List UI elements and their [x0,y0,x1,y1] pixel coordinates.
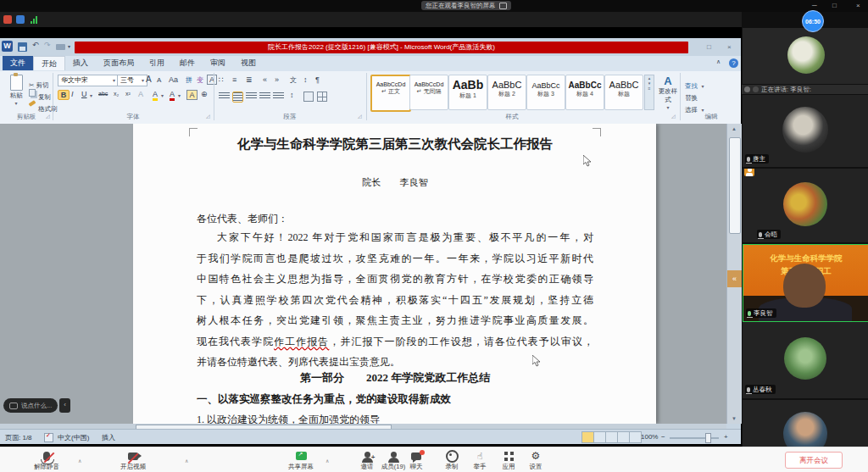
qat-dropdown-icon[interactable]: ▾ [68,43,70,49]
tab-insert[interactable]: 插入 [65,56,96,70]
asian-layout-icon[interactable]: 文 [290,75,297,85]
style-heading4[interactable]: AaBbCc 标题 4 [565,75,604,110]
decrease-indent-icon[interactable]: « [263,75,267,84]
view-draft-icon[interactable] [629,431,642,443]
print-icon[interactable] [56,44,65,50]
word-restore-button[interactable]: □ [707,42,711,53]
collapse-ribbon-icon[interactable]: ∧ [716,58,721,65]
font-color-icon[interactable]: A [170,90,175,98]
increase-indent-icon[interactable]: » [275,75,279,84]
zoom-slider-track[interactable] [670,437,719,439]
tab-view[interactable]: 视图 [233,56,264,70]
tab-mailings[interactable]: 邮件 [172,56,203,70]
shrink-font-icon[interactable]: A [157,76,161,84]
redo-icon[interactable]: ↷ [44,41,51,49]
show-marks-icon[interactable]: ¶ [315,75,320,84]
help-icon[interactable]: ? [729,58,738,68]
font-family-combo[interactable]: 华文中宋▾ [58,75,119,86]
underline-icon[interactable]: U [81,90,87,98]
message-collapse-button[interactable]: ‹ [59,398,70,413]
font-color-dropdown-icon[interactable]: ▾ [178,92,181,98]
tab-page-layout[interactable]: 页面布局 [96,56,142,70]
clock-badge[interactable]: 06:50 [802,10,824,32]
start-video-button[interactable]: 开启视频 [113,450,153,471]
word-close-button[interactable]: × [727,42,732,53]
active-speaker-video[interactable]: 化学与生命科学学院 第三届 教职工 李良智 [743,244,868,322]
quick-message-pill[interactable]: 说点什么... [3,398,58,413]
annotation-icon[interactable] [499,3,507,9]
align-center-icon[interactable] [232,92,243,103]
bullets-icon[interactable]: ∷ [219,75,224,84]
view-outline-icon[interactable] [617,431,630,443]
view-web-icon[interactable] [605,431,618,443]
zoom-out-icon[interactable]: − [661,433,665,441]
share-options-icon[interactable]: ∧ [326,458,329,464]
view-print-layout-icon[interactable] [581,431,594,443]
language-indicator[interactable]: 中文(中国) [58,433,89,442]
scroll-up-icon[interactable]: ▲ [729,125,739,133]
spellcheck-icon[interactable] [44,433,53,442]
camera-options-icon[interactable]: ∧ [185,458,188,464]
highlight-color-icon[interactable]: A [153,90,158,98]
numbering-icon[interactable]: ≡ [232,75,236,84]
style-heading2[interactable]: AaBbC 标题 2 [487,75,526,110]
tab-home[interactable]: 开始 [33,56,65,70]
tab-file[interactable]: 文件 [3,56,33,70]
page-indicator[interactable]: 页面: 1/8 [5,433,32,442]
enclose-character-icon[interactable]: ⊕ [201,90,208,98]
underline-dropdown-icon[interactable]: ▾ [90,92,92,98]
info-icon[interactable] [16,15,25,24]
participant-tile[interactable] [743,28,868,84]
change-styles-button[interactable]: A 更改样式 ▾ [658,75,678,110]
undo-icon[interactable]: ↶ [32,41,39,49]
close-button[interactable]: × [856,1,860,11]
sort-icon[interactable]: ↕ [303,75,308,84]
styles-dialog-launcher[interactable]: ◿ [671,113,676,119]
character-style-icon[interactable]: 变 [197,75,203,85]
style-heading1[interactable]: AaBb 标题 1 [448,75,487,110]
scrollbar-thumb[interactable] [729,137,741,234]
zoom-in-icon[interactable]: + [724,433,728,441]
styles-gallery-scroll[interactable]: ▴ ▾ ≡ [644,75,654,110]
borders-icon[interactable] [317,92,327,102]
share-screen-button[interactable]: 共享屏幕 [280,450,322,471]
font-dialog-launcher[interactable]: ◿ [206,113,210,119]
save-icon[interactable] [18,42,27,52]
document-page[interactable]: 化学与生命科学学院第三届第三次教代会院长工作报告 院长 李良智 各位代表、老师们… [133,124,656,424]
paragraph-dialog-launcher[interactable]: ◿ [358,113,362,119]
scroll-down-icon[interactable]: ▼ [729,414,739,423]
clear-formatting-icon[interactable]: A [138,90,143,98]
bold-icon[interactable]: B [58,90,70,100]
distribute-icon[interactable] [273,92,284,100]
style-no-spacing[interactable]: AaBbCcDd ↵ 无间隔 [409,75,448,110]
zoom-level[interactable]: 100% [641,433,658,441]
font-size-combo[interactable]: 三号▾ [117,75,147,86]
italic-icon[interactable]: I [71,90,74,98]
line-spacing-icon[interactable]: ↕ [290,91,294,99]
shading-a-icon[interactable]: A [186,90,198,100]
sidebar-collapse-handle[interactable]: « [727,270,742,287]
restore-button[interactable]: □ [832,1,837,11]
justify-icon[interactable] [259,92,270,100]
participant-tile[interactable]: 丛春秋 [743,322,868,398]
character-border-icon[interactable]: A [207,75,217,85]
participant-tile[interactable] [743,400,868,447]
change-case-icon[interactable]: Aa [169,75,178,84]
highlight-dropdown-icon[interactable]: ▾ [161,92,164,98]
subscript-icon[interactable]: x₂ [114,91,119,97]
align-left-icon[interactable] [219,92,230,100]
multilevel-list-icon[interactable]: ≣ [246,75,253,84]
participant-tile[interactable]: 会晤 [743,169,868,242]
style-normal[interactable]: AaBbCcDd ↵ 正文 [370,75,411,112]
leave-meeting-button[interactable]: 离开会议 [785,452,843,469]
security-icon[interactable] [3,15,12,24]
superscript-icon[interactable]: x² [125,91,131,97]
unmute-button[interactable]: 解除静音 [25,450,68,471]
chat-button[interactable]: 聊天 [399,450,433,471]
align-right-icon[interactable] [246,92,257,100]
style-title[interactable]: AaBbC 标题 [604,75,643,110]
insert-mode-indicator[interactable]: 插入 [102,433,115,442]
vertical-scrollbar[interactable]: ▲ « ▼ [726,124,742,424]
paste-button[interactable]: 粘贴 ▾ [5,75,27,106]
shading-icon[interactable] [303,92,314,102]
